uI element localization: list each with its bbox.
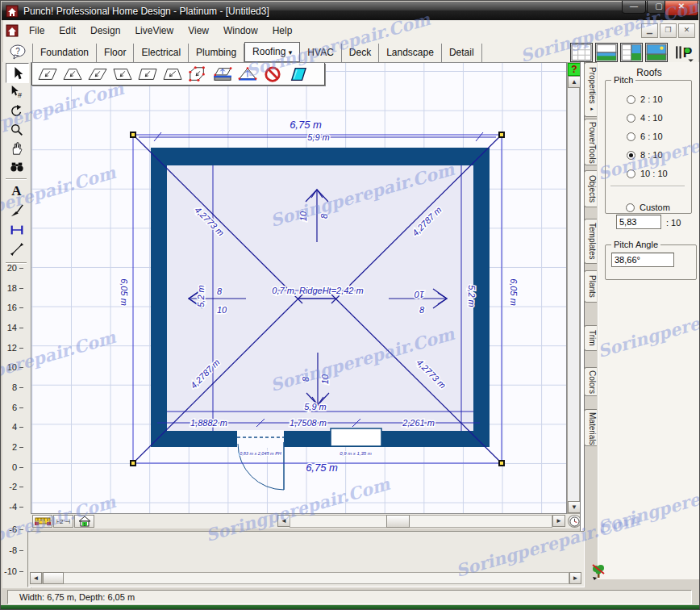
- menu-file[interactable]: File: [22, 23, 52, 39]
- canvas-vscrollbar[interactable]: ? ▲ ▼: [567, 62, 580, 514]
- svg-text:#: #: [17, 91, 21, 99]
- context-help-button[interactable]: ?: [568, 63, 581, 76]
- pitch-option-custom[interactable]: Custom: [626, 203, 670, 212]
- side-tab-materials[interactable]: Materials: [584, 409, 597, 446]
- rotate-tool-button[interactable]: [6, 102, 27, 120]
- lower-hscroll-left-button[interactable]: ◄: [30, 572, 42, 584]
- pitch-option-8-10[interactable]: 8 : 10: [627, 150, 663, 160]
- dimension-preset-icon[interactable]: ⊦2'⊣: [53, 515, 73, 528]
- zoom-tool-button[interactable]: [6, 120, 27, 139]
- menu-design[interactable]: Design: [83, 23, 127, 39]
- roof-plane-tool-4[interactable]: [110, 65, 135, 84]
- menu-help[interactable]: Help: [265, 23, 300, 39]
- hscroll-left-button[interactable]: ◄: [277, 515, 290, 527]
- tab-roofing[interactable]: Roofing ▾: [244, 42, 300, 62]
- scroll-down-button[interactable]: ▼: [568, 501, 581, 513]
- roof-plane-tool-5[interactable]: [135, 65, 160, 84]
- side-tab-plants[interactable]: Plants: [584, 270, 597, 303]
- ruler-label: 6: [2, 403, 23, 412]
- pointer-style-tool-button[interactable]: [6, 201, 27, 219]
- tab-floor[interactable]: Floor: [97, 44, 134, 62]
- menu-edit[interactable]: Edit: [52, 23, 83, 39]
- tab-detail[interactable]: Detail: [442, 44, 482, 62]
- minimize-button[interactable]: —: [622, 1, 646, 14]
- radio-icon-selected[interactable]: [627, 151, 635, 160]
- no-roof-tool[interactable]: [260, 65, 285, 84]
- drawing-canvas[interactable]: 6,75 m 5,9 m 6,05 m 6,05 m 5,2 m 5,2 m 4…: [31, 62, 567, 514]
- roof-plane-tool-2[interactable]: [60, 65, 85, 84]
- side-tab-objects[interactable]: Objects: [584, 170, 597, 207]
- tab-electrical[interactable]: Electrical: [134, 44, 189, 62]
- close-button[interactable]: ✕: [665, 1, 698, 16]
- select-tool-button[interactable]: [6, 63, 29, 83]
- tab-foundation[interactable]: Foundation: [32, 44, 97, 62]
- hscroll-right-button[interactable]: ►: [552, 515, 565, 527]
- lower-hscroll-track[interactable]: [42, 572, 569, 584]
- hscroll-track[interactable]: [290, 515, 552, 528]
- measure-tool-button[interactable]: [6, 240, 27, 258]
- roofing-dropdown-icon[interactable]: ▾: [289, 48, 293, 56]
- radio-icon[interactable]: [627, 132, 635, 141]
- find-tool-button[interactable]: [6, 157, 27, 176]
- slope-n-eight: 8: [319, 213, 329, 219]
- window-object[interactable]: [331, 428, 381, 446]
- pan-tool-button[interactable]: [6, 139, 27, 157]
- punch-logo-button[interactable]: P: [674, 44, 695, 62]
- dim-left-wall: 5,2 m: [196, 285, 206, 307]
- lower-hscroll-right-button[interactable]: ►: [569, 572, 581, 584]
- pitch-angle-group: Pitch Angle: [605, 244, 697, 280]
- pitch-option-6-10[interactable]: 6 : 10: [627, 132, 663, 141]
- hscroll-thumb[interactable]: [386, 515, 410, 528]
- pitch-angle-input[interactable]: [611, 253, 674, 267]
- snap-select-tool-button[interactable]: #: [6, 82, 27, 101]
- raise-roof-tool[interactable]: [210, 65, 235, 84]
- menu-view[interactable]: View: [181, 23, 216, 39]
- pitch-option-2-10[interactable]: 2 : 10: [627, 94, 663, 104]
- split-vertical-view-button[interactable]: [620, 43, 643, 62]
- side-tab-templates[interactable]: Templates: [584, 219, 597, 264]
- radio-icon[interactable]: [627, 114, 635, 123]
- roof-plane-tool-6[interactable]: [160, 65, 185, 84]
- tape-measure-icon[interactable]: [32, 515, 52, 528]
- door-opening[interactable]: [237, 430, 284, 448]
- menu-window[interactable]: Window: [216, 23, 265, 39]
- dimension-tool-button[interactable]: [6, 220, 27, 239]
- roof-plane-tool-1[interactable]: [35, 65, 60, 84]
- radio-icon[interactable]: [627, 169, 635, 178]
- gable-roof-tool[interactable]: [235, 65, 260, 84]
- floor-level-icon[interactable]: 1: [74, 515, 94, 528]
- custom-roof-polygon-tool[interactable]: [185, 65, 210, 84]
- tab-plumbing[interactable]: Plumbing: [189, 44, 244, 62]
- side-tab-powertools[interactable]: PowerTools: [584, 119, 597, 165]
- window-size-label: 0,9 m x 1,35 m: [340, 451, 372, 456]
- help-bubble-icon[interactable]: ?: [10, 44, 27, 61]
- radio-icon[interactable]: [627, 95, 635, 104]
- properties-marker-icon: ▸: [590, 106, 595, 112]
- radio-icon[interactable]: [626, 203, 635, 212]
- roof-plane-tool-3[interactable]: [85, 65, 110, 84]
- skylight-tool[interactable]: [285, 65, 310, 84]
- custom-pitch-input[interactable]: [616, 215, 661, 229]
- slope-e-eight: 8: [419, 305, 425, 315]
- mdi-minimize-button[interactable]: ▁: [641, 23, 658, 38]
- svg-text:?: ?: [15, 47, 20, 56]
- tab-hvac[interactable]: HVAC: [300, 44, 341, 62]
- pitch-option-10-10[interactable]: 10 : 10: [627, 169, 668, 178]
- scroll-up-button[interactable]: ▲: [568, 76, 581, 88]
- tab-deck[interactable]: Deck: [342, 44, 379, 62]
- tab-landscape[interactable]: Landscape: [379, 44, 442, 62]
- side-tab-trim[interactable]: Trim: [584, 325, 597, 351]
- cursor-icon: [10, 66, 25, 81]
- text-tool-button[interactable]: A: [6, 182, 27, 200]
- pitch-option-4-10[interactable]: 4 : 10: [627, 113, 663, 123]
- 3d-view-button[interactable]: [645, 43, 668, 62]
- mdi-restore-button[interactable]: ❐: [660, 23, 677, 38]
- lower-hscroll-thumb[interactable]: [43, 572, 64, 584]
- side-tab-colors[interactable]: Colors: [584, 367, 597, 396]
- plant-display-toggle-icon[interactable]: [591, 562, 606, 580]
- side-tab-properties[interactable]: Properties ▸: [584, 62, 597, 117]
- mdi-close-button[interactable]: ✕: [678, 23, 695, 38]
- plan-view-button[interactable]: [570, 43, 593, 62]
- menu-liveview[interactable]: LiveView: [127, 23, 181, 39]
- split-horizontal-view-button[interactable]: [595, 43, 618, 62]
